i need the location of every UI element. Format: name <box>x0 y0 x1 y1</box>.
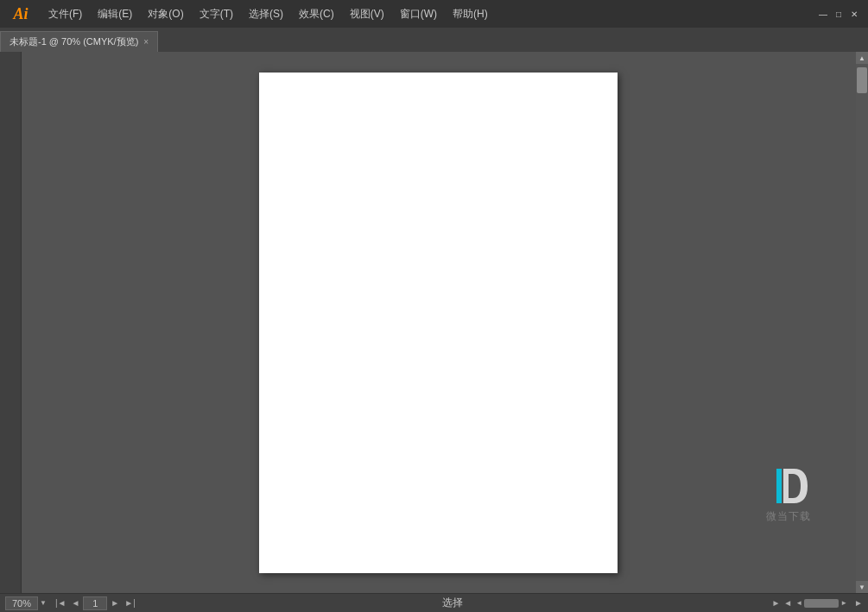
vertical-scroll-thumb[interactable] <box>857 67 867 93</box>
horizontal-scrollbar[interactable]: ◄ ► <box>795 599 847 608</box>
window-controls: — □ ✕ <box>816 7 861 21</box>
tab-close-button[interactable]: × <box>143 38 149 47</box>
scroll-down-button[interactable]: ▼ <box>856 581 868 593</box>
page-navigation: |◄ ◄ ► ►| <box>54 596 137 610</box>
prev-page-button[interactable]: ◄ <box>69 598 81 608</box>
menu-help[interactable]: 帮助(H) <box>446 3 495 25</box>
watermark-text: 微当下载 <box>766 509 811 524</box>
next-page-button[interactable]: ► <box>109 598 121 608</box>
watermark: 微当下载 <box>766 464 811 524</box>
play-button[interactable]: ► <box>771 598 780 608</box>
last-page-button[interactable]: ►| <box>123 598 137 608</box>
watermark-d-icon <box>770 464 808 508</box>
tab-bar: 未标题-1 @ 70% (CMYK/预览) × <box>0 28 868 52</box>
minimize-button[interactable]: — <box>816 7 830 21</box>
left-panel <box>0 52 22 593</box>
right-end-button[interactable]: ► <box>854 598 863 608</box>
right-panel: ▲ ▼ <box>854 52 868 593</box>
menu-select[interactable]: 选择(S) <box>242 3 290 25</box>
menu-edit[interactable]: 编辑(E) <box>91 3 139 25</box>
horizontal-scroll-thumb[interactable] <box>804 599 839 608</box>
scroll-left-button[interactable]: ◄ <box>795 599 802 607</box>
menu-file[interactable]: 文件(F) <box>41 3 89 25</box>
first-page-button[interactable]: |◄ <box>54 598 68 608</box>
zoom-control[interactable]: ▼ <box>5 596 47 610</box>
menu-object[interactable]: 对象(O) <box>141 3 190 25</box>
main-area: 微当下载 ▲ ▼ <box>0 52 868 593</box>
maximize-button[interactable]: □ <box>832 7 846 21</box>
menu-view[interactable]: 视图(V) <box>343 3 391 25</box>
current-tool-label: 选择 <box>141 596 765 610</box>
scroll-right-button[interactable]: ► <box>840 599 847 607</box>
title-bar-left: Ai 文件(F) 编辑(E) 对象(O) 文字(T) 选择(S) 效果(C) 视… <box>7 0 495 28</box>
page-number-input[interactable] <box>83 596 107 610</box>
menu-bar: 文件(F) 编辑(E) 对象(O) 文字(T) 选择(S) 效果(C) 视图(V… <box>41 3 495 25</box>
document-tab[interactable]: 未标题-1 @ 70% (CMYK/预览) × <box>0 31 158 52</box>
close-button[interactable]: ✕ <box>847 7 861 21</box>
status-bar: ▼ |◄ ◄ ► ►| 选择 ► ◄ ◄ ► ► <box>0 593 868 612</box>
tab-label: 未标题-1 @ 70% (CMYK/预览) <box>10 35 138 48</box>
canvas-area[interactable]: 微当下载 <box>22 52 854 593</box>
vertical-scrollbar[interactable]: ▲ ▼ <box>856 52 868 593</box>
zoom-input[interactable] <box>5 596 38 610</box>
scroll-up-button[interactable]: ▲ <box>856 52 868 64</box>
toggle-button[interactable]: ◄ <box>783 598 792 608</box>
zoom-dropdown-arrow[interactable]: ▼ <box>40 599 47 607</box>
title-bar: Ai 文件(F) 编辑(E) 对象(O) 文字(T) 选择(S) 效果(C) 视… <box>0 0 868 28</box>
artboard <box>259 73 618 573</box>
menu-window[interactable]: 窗口(W) <box>393 3 444 25</box>
watermark-logo <box>770 464 808 508</box>
menu-text[interactable]: 文字(T) <box>193 3 240 25</box>
menu-effect[interactable]: 效果(C) <box>292 3 341 25</box>
ai-logo-icon: Ai <box>7 0 35 28</box>
